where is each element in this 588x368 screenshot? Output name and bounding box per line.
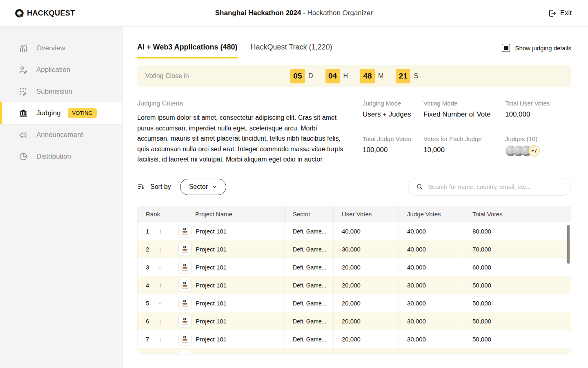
rank-cell: 3 - xyxy=(138,258,170,276)
ship-icon xyxy=(182,228,188,233)
countdown-days: 05 D xyxy=(290,69,322,83)
total-votes-cell: 50,000 xyxy=(464,276,571,294)
project-logo: MetaLine xyxy=(178,351,192,355)
project-logo: MetaLine xyxy=(178,261,192,274)
sidebar-item-label: Distribution xyxy=(36,153,71,161)
user-votes-cell xyxy=(333,348,399,355)
countdown-seconds-value: 21 xyxy=(396,69,410,83)
ship-icon xyxy=(182,336,188,341)
user-votes-cell: 20,000 xyxy=(333,312,399,330)
project-logo-label: MetaLine xyxy=(182,305,188,307)
project-logo: MetaLine xyxy=(178,279,192,292)
sidebar-item-label: Announcement xyxy=(36,131,83,139)
project-cell: MetaLine Project 101 xyxy=(170,240,284,258)
table-row[interactable]: 2 ↓ MetaLine Project 101 Defi, Game... 3… xyxy=(138,240,571,258)
sort-field-dropdown[interactable]: Sector xyxy=(180,179,226,195)
sidebar-item-application[interactable]: Application xyxy=(0,59,122,81)
logout-icon xyxy=(548,9,557,18)
sidebar-item-distribution[interactable]: Distribution xyxy=(0,146,122,167)
rank-cell: 1 ↑ xyxy=(138,222,170,240)
countdown-days-unit: D xyxy=(308,72,313,80)
tab-hackquest-track[interactable]: HackQuest Track (1,220) xyxy=(251,43,332,58)
table-row[interactable]: 1 ↑ MetaLine Project 101 Defi, Game... 4… xyxy=(138,222,571,240)
judge-votes-cell: 40,000 xyxy=(399,222,464,240)
rank-number: 6 xyxy=(146,318,150,325)
user-votes-cell: 20,000 xyxy=(333,258,399,276)
table-row[interactable]: 7 ↓ MetaLine Project 101 Defi, Game... 2… xyxy=(138,330,571,348)
sidebar-item-announcement[interactable]: Announcement xyxy=(0,124,122,146)
rank-number: 2 xyxy=(146,246,150,253)
sector-cell: Defi, Game... xyxy=(284,330,333,348)
table-row[interactable]: 4 ↑ MetaLine Project 101 Defi, Game... 2… xyxy=(138,276,571,294)
countdown-minutes-value: 48 xyxy=(360,69,375,83)
project-logo-label: MetaLine xyxy=(182,233,188,235)
rank-number: 3 xyxy=(146,264,150,271)
sidebar-item-overview[interactable]: Overview xyxy=(0,37,122,59)
stat-value: 10,000 xyxy=(423,146,505,154)
column-header-rank: Rank xyxy=(138,206,170,222)
judging-stats: Judging Mode Users + Judges Voting Mode … xyxy=(363,100,571,165)
project-cell: MetaLine Project 101 xyxy=(170,312,284,330)
exit-button[interactable]: Exit xyxy=(548,9,572,18)
sort-icon xyxy=(137,183,145,191)
app-root: HACKQUEST Shanghai Hackathon 2024 - Hack… xyxy=(0,0,588,368)
tab-ai-web3-applications[interactable]: AI + Web3 Applications (480) xyxy=(137,43,238,58)
sidebar-item-label: Submission xyxy=(36,88,72,96)
sort-by-control: Sort by Sector xyxy=(137,179,226,195)
project-name: Project 101 xyxy=(196,300,227,307)
stat-total-judge-votes: Total Judge Votes 100,000 xyxy=(363,135,423,164)
judge-votes-cell: 30,000 xyxy=(399,312,464,330)
ship-icon xyxy=(182,300,188,305)
rank-number: 5 xyxy=(146,300,150,307)
countdown-seconds: 21 S xyxy=(396,69,418,83)
show-judging-details-toggle[interactable]: Show judging details xyxy=(502,44,571,52)
table-row[interactable]: 6 ↓ MetaLine Project 101 Defi, Game... 2… xyxy=(138,312,571,330)
stat-label: Judges (10) xyxy=(505,135,571,142)
checkbox-icon[interactable] xyxy=(502,44,510,52)
countdown-minutes-unit: M xyxy=(378,72,383,80)
project-logo-label: MetaLine xyxy=(182,323,188,325)
judges-overflow-badge[interactable]: +7 xyxy=(528,145,540,157)
project-logo: MetaLine xyxy=(178,333,192,346)
project-logo: MetaLine xyxy=(178,243,192,256)
voting-status-badge: VOTING xyxy=(68,108,97,118)
sort-by-label: Sort by xyxy=(150,183,171,191)
project-logo: MetaLine xyxy=(178,315,192,328)
stat-total-user-votes: Total User Votes 100,000 xyxy=(505,100,571,126)
trend-icon: ↓ xyxy=(159,336,162,343)
sector-cell: Defi, Game... xyxy=(284,222,333,240)
countdown-hours-unit: H xyxy=(343,72,348,80)
rank-cell: 5 - xyxy=(138,294,170,312)
project-logo-label: MetaLine xyxy=(182,251,188,253)
megaphone-icon xyxy=(19,130,28,139)
exit-label: Exit xyxy=(560,9,572,17)
user-edit-icon xyxy=(19,65,28,74)
countdown-seconds-unit: S xyxy=(414,72,418,80)
trend-icon: ↓ xyxy=(159,318,162,325)
trend-icon: - xyxy=(159,300,161,307)
judges-avatar-group[interactable]: +7 xyxy=(505,145,571,157)
table-scrollbar[interactable] xyxy=(567,225,570,264)
project-cell: MetaLine Project 101 xyxy=(170,222,284,240)
search-box[interactable] xyxy=(408,178,571,196)
rank-cell: 6 ↓ xyxy=(138,312,170,330)
search-input[interactable] xyxy=(428,183,564,190)
table-row[interactable]: 3 - MetaLine Project 101 Defi, Game... 2… xyxy=(138,258,571,276)
countdown-hours-value: 04 xyxy=(325,69,340,83)
table-row[interactable]: 5 - MetaLine Project 101 Defi, Game... 2… xyxy=(138,294,571,312)
sidebar-item-judging[interactable]: Judging VOTING xyxy=(0,102,122,124)
trend-icon: ↓ xyxy=(159,246,162,253)
stat-value: 100,000 xyxy=(505,110,571,119)
judging-criteria-text: Lorem ipsum dolor sit amet, consectetur … xyxy=(137,112,343,165)
stat-value: Users + Judges xyxy=(363,110,423,119)
rank-number: 4 xyxy=(146,282,150,289)
grid-edit-icon xyxy=(19,87,28,96)
judge-votes-cell: 40,000 xyxy=(399,240,464,258)
sidebar: Overview Application Submission xyxy=(0,27,122,368)
project-cell: MetaLine xyxy=(170,348,284,355)
total-votes-cell: 50,000 xyxy=(464,330,571,348)
user-votes-cell: 20,000 xyxy=(333,330,399,348)
table-row[interactable]: MetaLine xyxy=(138,348,571,355)
project-name: Project 101 xyxy=(196,246,227,253)
sidebar-item-submission[interactable]: Submission xyxy=(0,81,122,102)
